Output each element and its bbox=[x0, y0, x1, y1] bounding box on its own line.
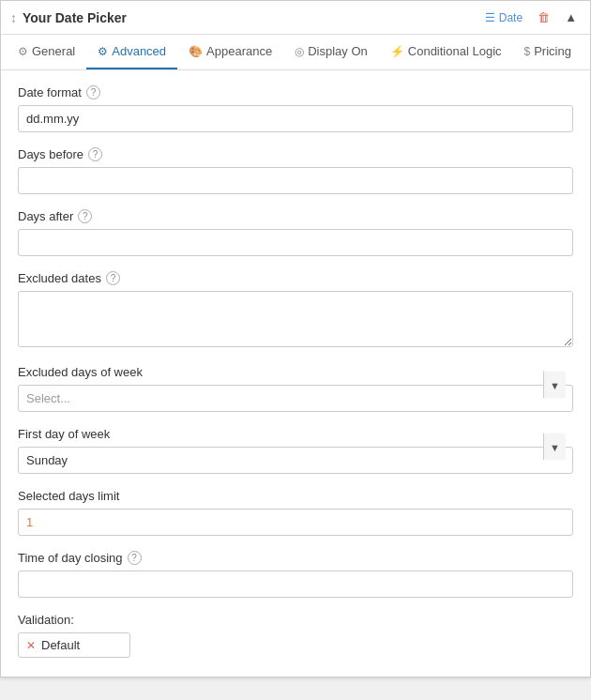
time-closing-input[interactable] bbox=[18, 571, 573, 598]
date-format-group: Date format ? bbox=[18, 85, 573, 132]
tab-appearance-label: Appearance bbox=[206, 44, 272, 58]
lightning-icon: ⚡ bbox=[390, 45, 404, 58]
gear-icon-general: ⚙ bbox=[18, 45, 28, 58]
validation-remove-icon[interactable]: ✕ bbox=[26, 639, 36, 652]
validation-row: ✕ Default bbox=[18, 632, 130, 658]
validation-label: Validation: bbox=[18, 613, 573, 627]
widget-header: ↕ Your Date Picker ☰ Date 🗑 ▲ bbox=[1, 1, 590, 35]
tab-general[interactable]: ⚙ General bbox=[7, 35, 86, 69]
tab-advanced-label: Advanced bbox=[112, 44, 166, 58]
first-day-label: First day of week bbox=[18, 427, 573, 441]
date-format-help-icon[interactable]: ? bbox=[86, 85, 100, 99]
excluded-dates-help-icon[interactable]: ? bbox=[106, 271, 120, 285]
excluded-dates-group: Excluded dates ? bbox=[18, 271, 573, 350]
date-format-input[interactable] bbox=[18, 105, 573, 132]
excluded-dates-textarea[interactable] bbox=[18, 291, 573, 347]
selected-days-limit-group: Selected days limit bbox=[18, 489, 573, 536]
time-closing-label-row: Time of day closing ? bbox=[18, 551, 573, 565]
tab-appearance[interactable]: 🎨 Appearance bbox=[177, 35, 283, 69]
tab-conditional-logic-label: Conditional Logic bbox=[408, 44, 502, 58]
excluded-days-select[interactable]: Select... Monday Tuesday Wednesday Thurs… bbox=[18, 385, 573, 412]
trash-icon: 🗑 bbox=[538, 10, 550, 24]
dollar-icon: $ bbox=[524, 45, 531, 58]
days-before-label: Days before bbox=[18, 147, 83, 161]
collapse-button[interactable]: ▲ bbox=[561, 8, 581, 26]
tab-conditional-logic[interactable]: ⚡ Conditional Logic bbox=[379, 35, 513, 69]
excluded-dates-label-row: Excluded dates ? bbox=[18, 271, 573, 285]
tab-pricing-label: Pricing bbox=[534, 44, 571, 58]
selected-days-limit-input[interactable] bbox=[18, 509, 573, 536]
list-icon: ☰ bbox=[485, 11, 495, 24]
collapse-icon: ▲ bbox=[565, 10, 577, 24]
list-date-button[interactable]: ☰ Date bbox=[481, 9, 526, 26]
tab-display-on[interactable]: ◎ Display On bbox=[283, 35, 379, 69]
tabs-bar: ⚙ General ⚙ Advanced 🎨 Appearance ◎ Disp… bbox=[1, 35, 590, 70]
days-after-input[interactable] bbox=[18, 229, 573, 256]
days-before-input[interactable] bbox=[18, 167, 573, 194]
widget-container: ↕ Your Date Picker ☰ Date 🗑 ▲ ⚙ General … bbox=[0, 0, 591, 677]
header-right: ☰ Date 🗑 ▲ bbox=[481, 8, 581, 26]
tab-display-on-label: Display On bbox=[308, 44, 368, 58]
selected-days-limit-label: Selected days limit bbox=[18, 489, 573, 503]
time-closing-label: Time of day closing bbox=[18, 551, 123, 565]
content-area: Date format ? Days before ? Days after ? bbox=[1, 70, 590, 677]
first-day-select-wrapper: Sunday Monday Tuesday Wednesday Thursday… bbox=[18, 447, 573, 474]
widget-title: Your Date Picker bbox=[23, 10, 127, 25]
date-format-label: Date format bbox=[18, 85, 82, 99]
excluded-days-label: Excluded days of week bbox=[18, 365, 573, 379]
validation-section: Validation: ✕ Default bbox=[18, 613, 573, 658]
days-after-help-icon[interactable]: ? bbox=[78, 209, 92, 223]
days-after-label: Days after bbox=[18, 209, 73, 223]
drag-icon[interactable]: ↕ bbox=[10, 10, 17, 25]
delete-button[interactable]: 🗑 bbox=[534, 8, 553, 26]
tab-advanced[interactable]: ⚙ Advanced bbox=[86, 35, 177, 69]
first-day-select[interactable]: Sunday Monday Tuesday Wednesday Thursday… bbox=[18, 447, 573, 474]
excluded-days-group: Excluded days of week Select... Monday T… bbox=[18, 365, 573, 412]
time-closing-help-icon[interactable]: ? bbox=[128, 551, 142, 565]
gear-icon-advanced: ⚙ bbox=[98, 45, 108, 58]
tab-pricing[interactable]: $ Pricing bbox=[513, 35, 583, 69]
eye-icon: ◎ bbox=[295, 45, 304, 58]
excluded-dates-label: Excluded dates bbox=[18, 271, 101, 285]
header-left: ↕ Your Date Picker bbox=[10, 10, 481, 25]
date-format-label-row: Date format ? bbox=[18, 85, 573, 99]
first-day-group: First day of week Sunday Monday Tuesday … bbox=[18, 427, 573, 474]
palette-icon: 🎨 bbox=[189, 45, 203, 58]
tab-general-label: General bbox=[32, 44, 75, 58]
days-before-help-icon[interactable]: ? bbox=[88, 147, 102, 161]
days-after-group: Days after ? bbox=[18, 209, 573, 256]
validation-default-text: Default bbox=[41, 638, 80, 652]
date-label: Date bbox=[499, 11, 523, 24]
excluded-days-select-wrapper: Select... Monday Tuesday Wednesday Thurs… bbox=[18, 385, 573, 412]
days-before-group: Days before ? bbox=[18, 147, 573, 194]
time-closing-group: Time of day closing ? bbox=[18, 551, 573, 598]
days-after-label-row: Days after ? bbox=[18, 209, 573, 223]
days-before-label-row: Days before ? bbox=[18, 147, 573, 161]
